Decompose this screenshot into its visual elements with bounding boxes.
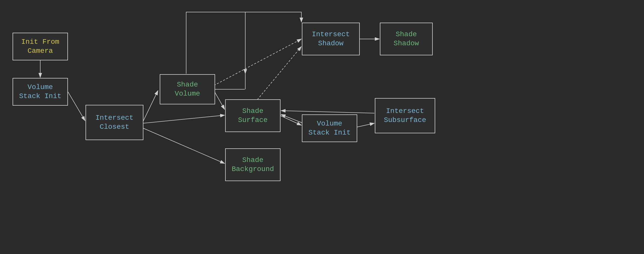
svg-line-3	[68, 92, 85, 121]
svg-line-12	[281, 114, 302, 123]
volume-stack-init-1-label: VolumeStack Init	[19, 83, 61, 101]
intersect-shadow-label: IntersectShadow	[312, 30, 350, 48]
svg-line-11	[280, 116, 301, 125]
intersect-closest-node: IntersectClosest	[86, 105, 143, 140]
intersect-subsurface-label: IntersectSubsurface	[384, 107, 426, 125]
init-from-camera-label: Init FromCamera	[21, 37, 59, 56]
shade-background-label: ShadeBackground	[232, 156, 274, 174]
shade-volume-label: ShadeVolume	[175, 80, 200, 99]
init-from-camera-node: Init FromCamera	[13, 33, 68, 60]
intersect-subsurface-node: IntersectSubsurface	[375, 98, 435, 133]
volume-stack-init-1-node: VolumeStack Init	[13, 78, 68, 106]
svg-line-7	[214, 91, 225, 109]
shade-surface-node: ShadeSurface	[225, 99, 280, 132]
svg-line-5	[143, 115, 225, 123]
intersect-closest-label: IntersectClosest	[95, 113, 133, 132]
svg-line-13	[357, 123, 374, 127]
volume-stack-init-2-label: VolumeStack Init	[308, 119, 351, 138]
shade-volume-node: ShadeVolume	[160, 74, 215, 104]
volume-stack-init-2-node: VolumeStack Init	[302, 114, 357, 142]
svg-line-8	[214, 39, 301, 86]
shade-surface-label: ShadeSurface	[238, 107, 268, 125]
svg-line-14	[281, 111, 374, 113]
shade-shadow-node: ShadeShadow	[380, 23, 433, 55]
shade-shadow-label: ShadeShadow	[394, 30, 419, 48]
intersect-shadow-node: IntersectShadow	[302, 23, 360, 55]
svg-line-9	[253, 47, 301, 105]
svg-line-6	[143, 128, 225, 163]
svg-line-4	[143, 91, 158, 121]
shade-background-node: ShadeBackground	[225, 148, 280, 181]
